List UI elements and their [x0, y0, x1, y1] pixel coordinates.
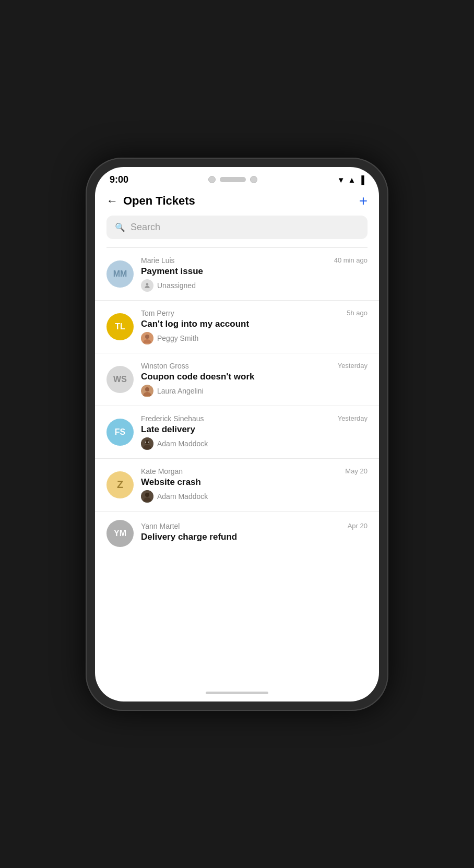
ticket-item[interactable]: Z Kate Morgan May 20 Website crash Adam … — [95, 459, 379, 512]
ticket-time: 5h ago — [347, 309, 368, 317]
avatar: WS — [106, 366, 134, 393]
ticket-customer: Tom Perry — [141, 309, 174, 317]
svg-point-4 — [145, 387, 149, 391]
ticket-subject: Website crash — [141, 477, 368, 487]
ticket-assignee: Unassigned — [141, 279, 368, 292]
assignee-avatar — [141, 332, 153, 344]
unassigned-icon — [141, 279, 153, 292]
ticket-content: Marie Luis 40 min ago Payment issue Unas… — [141, 256, 368, 292]
ticket-meta: Kate Morgan May 20 — [141, 467, 368, 475]
ticket-subject: Delivery charge refund — [141, 532, 368, 542]
page-title: Open Tickets — [123, 194, 195, 208]
ticket-meta: Marie Luis 40 min ago — [141, 256, 368, 265]
ticket-time: Yesterday — [338, 414, 368, 422]
assignee-avatar — [141, 490, 153, 503]
ticket-content: Frederick Sinehaus Yesterday Late delive… — [141, 414, 368, 450]
avatar: TL — [106, 313, 134, 340]
avatar: MM — [106, 260, 134, 288]
ticket-content: Winston Gross Yesterday Coupon code does… — [141, 362, 368, 397]
assignee-name: Peggy Smith — [157, 334, 198, 342]
search-bar-container: 🔍 Search — [95, 216, 379, 247]
tickets-list: MM Marie Luis 40 min ago Payment issue U… — [95, 248, 379, 686]
ticket-item[interactable]: FS Frederick Sinehaus Yesterday Late del… — [95, 406, 379, 459]
ticket-meta: Tom Perry 5h ago — [141, 309, 368, 317]
battery-icon: ▐ — [359, 175, 364, 184]
ticket-meta: Yann Martel Apr 20 — [141, 522, 368, 530]
ticket-time: 40 min ago — [334, 256, 368, 264]
ticket-time: Yesterday — [338, 362, 368, 370]
assignee-name: Adam Maddock — [157, 439, 208, 448]
assignee-name: Unassigned — [157, 281, 196, 290]
header-left: ← Open Tickets — [106, 194, 195, 208]
camera-dot-2 — [250, 176, 257, 183]
ticket-customer: Winston Gross — [141, 362, 189, 370]
scroll-indicator — [206, 692, 268, 694]
search-icon: 🔍 — [115, 222, 125, 232]
ticket-meta: Frederick Sinehaus Yesterday — [141, 414, 368, 423]
svg-point-7 — [145, 442, 146, 443]
ticket-assignee: Peggy Smith — [141, 332, 368, 344]
phone-shell: 9:00 ▼ ▲ ▐ ← Open Tickets + 🔍 — [86, 158, 388, 711]
assignee-avatar — [141, 385, 153, 397]
status-time: 9:00 — [110, 174, 128, 185]
ticket-content: Kate Morgan May 20 Website crash Adam Ma… — [141, 467, 368, 503]
svg-point-0 — [146, 283, 149, 286]
ticket-item[interactable]: YM Yann Martel Apr 20 Delivery charge re… — [95, 512, 379, 555]
ticket-meta: Winston Gross Yesterday — [141, 362, 368, 370]
ticket-item[interactable]: TL Tom Perry 5h ago Can't log into my ac… — [95, 301, 379, 353]
ticket-time: Apr 20 — [348, 522, 368, 530]
ticket-content: Yann Martel Apr 20 Delivery charge refun… — [141, 522, 368, 545]
avatar: YM — [106, 520, 134, 547]
ticket-customer: Marie Luis — [141, 256, 175, 265]
signal-icon: ▲ — [348, 175, 355, 184]
search-placeholder: Search — [131, 222, 160, 233]
ticket-item[interactable]: WS Winston Gross Yesterday Coupon code d… — [95, 353, 379, 406]
status-icons: ▼ ▲ ▐ — [337, 175, 364, 184]
svg-point-10 — [145, 493, 149, 497]
assignee-avatar — [141, 437, 153, 450]
ticket-content: Tom Perry 5h ago Can't log into my accou… — [141, 309, 368, 344]
phone-screen: 9:00 ▼ ▲ ▐ ← Open Tickets + 🔍 — [95, 167, 379, 701]
ticket-assignee: Adam Maddock — [141, 437, 368, 450]
wifi-icon: ▼ — [337, 175, 345, 184]
ticket-time: May 20 — [345, 467, 368, 475]
svg-point-8 — [148, 442, 149, 443]
ticket-customer: Frederick Sinehaus — [141, 414, 204, 423]
avatar: Z — [106, 471, 134, 498]
avatar: FS — [106, 419, 134, 446]
ticket-item[interactable]: MM Marie Luis 40 min ago Payment issue U… — [95, 248, 379, 301]
camera-pill — [220, 177, 246, 182]
ticket-customer: Kate Morgan — [141, 467, 183, 475]
assignee-name: Laura Angelini — [157, 387, 204, 395]
ticket-assignee: Adam Maddock — [141, 490, 368, 503]
back-button[interactable]: ← — [106, 194, 118, 208]
status-bar: 9:00 ▼ ▲ ▐ — [95, 167, 379, 191]
search-bar[interactable]: 🔍 Search — [106, 216, 368, 239]
add-ticket-button[interactable]: + — [359, 194, 368, 208]
ticket-customer: Yann Martel — [141, 522, 180, 530]
status-camera — [208, 176, 257, 183]
ticket-assignee: Laura Angelini — [141, 385, 368, 397]
camera-dot — [208, 176, 216, 183]
svg-point-2 — [145, 335, 149, 339]
ticket-subject: Can't log into my account — [141, 319, 368, 329]
ticket-subject: Payment issue — [141, 266, 368, 277]
ticket-subject: Late delivery — [141, 424, 368, 435]
ticket-subject: Coupon code doesn't work — [141, 372, 368, 382]
assignee-name: Adam Maddock — [157, 492, 208, 501]
header: ← Open Tickets + — [95, 191, 379, 216]
